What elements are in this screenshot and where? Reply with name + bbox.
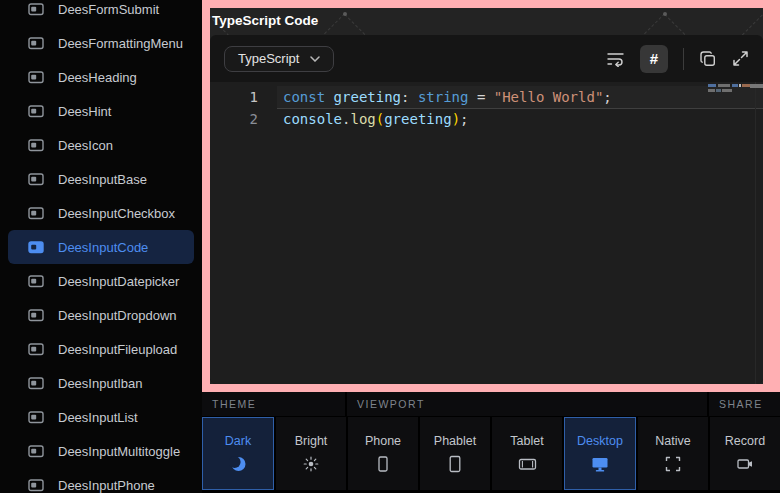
sidebar-item-deesinputmultitoggle[interactable]: DeesInputMultitoggle	[8, 434, 194, 468]
component-icon	[28, 275, 44, 288]
cell-label: Bright	[295, 434, 328, 448]
hash-icon: #	[650, 50, 658, 67]
cell-label: Native	[655, 434, 690, 448]
section-header-share: SHARE	[709, 392, 780, 416]
sidebar-item-label: DeesInputCheckbox	[58, 206, 175, 221]
chevron-down-icon	[310, 56, 320, 62]
cell-label: Phablet	[434, 434, 476, 448]
sidebar-item-deesicon[interactable]: DeesIcon	[8, 128, 194, 162]
sidebar-list: DeesFormSubmit DeesFormattingMenu DeesHe…	[0, 0, 202, 493]
sidebar-item-deesformsubmit[interactable]: DeesFormSubmit	[8, 0, 194, 26]
sidebar-item-label: DeesHint	[58, 104, 111, 119]
expand-icon[interactable]	[732, 50, 749, 67]
sidebar-item-deesinputdropdown[interactable]: DeesInputDropdown	[8, 298, 194, 332]
sidebar-item-deesinputphone[interactable]: DeesInputPhone	[8, 468, 194, 493]
component-icon	[28, 343, 44, 356]
language-selector-label: TypeScript	[238, 51, 299, 66]
panel-title: TypeScript Code	[212, 13, 318, 28]
toolbar-section-headers: THEME VIEWPORT SHARE	[202, 392, 780, 416]
code-area[interactable]: 1 const greeting: string = "Hello World"…	[210, 82, 763, 384]
sidebar-item-label: DeesInputMultitoggle	[58, 444, 180, 459]
viewport-phablet-button[interactable]: Phablet	[420, 417, 490, 490]
line-number: 1	[210, 86, 258, 108]
viewport-native-button[interactable]: Native	[638, 417, 708, 490]
toolbar-divider	[683, 48, 684, 70]
component-icon	[28, 105, 44, 118]
theme-dark-button[interactable]: Dark	[202, 417, 274, 490]
code-text: console.log(greeting);	[258, 108, 469, 130]
copy-icon[interactable]	[699, 50, 717, 68]
code-text: const greeting: string = "Hello World";	[258, 86, 612, 108]
sidebar-item-label: DeesInputCode	[58, 240, 148, 255]
sidebar-item-label: DeesInputFileupload	[58, 342, 177, 357]
cell-label: Desktop	[577, 434, 623, 448]
app-root: DeesFormSubmit DeesFormattingMenu DeesHe…	[0, 0, 780, 493]
desktop-icon	[591, 455, 609, 473]
component-icon	[28, 411, 44, 424]
sidebar-item-label: DeesInputList	[58, 410, 138, 425]
phablet-icon	[446, 455, 464, 473]
theme-bright-button[interactable]: Bright	[276, 417, 346, 490]
sidebar-item-deesinputlist[interactable]: DeesInputList	[8, 400, 194, 434]
sidebar-item-deesinputcode[interactable]: DeesInputCode	[8, 230, 194, 264]
sidebar-item-label: DeesInputDatepicker	[58, 274, 179, 289]
sidebar-item-label: DeesInputBase	[58, 172, 147, 187]
code-editor: TypeScript # 1 const greeting: strin	[210, 35, 763, 384]
viewport-desktop-button[interactable]: Desktop	[564, 417, 636, 490]
cell-label: Record	[725, 434, 765, 448]
sidebar-item-label: DeesFormSubmit	[58, 2, 159, 17]
component-icon	[28, 37, 44, 50]
sidebar-item-label: DeesInputIban	[58, 376, 143, 391]
component-icon	[28, 139, 44, 152]
sidebar-item-deesinputdatepicker[interactable]: DeesInputDatepicker	[8, 264, 194, 298]
component-icon	[28, 479, 44, 492]
sidebar-item-label: DeesInputDropdown	[58, 308, 177, 323]
component-icon	[28, 3, 44, 16]
viewport-phone-button[interactable]: Phone	[348, 417, 418, 490]
component-icon	[28, 241, 44, 254]
component-icon	[28, 309, 44, 322]
cell-label: Tablet	[510, 434, 543, 448]
toolbar-cells: Dark Bright Phone Phablet Tablet Desktop	[202, 417, 780, 490]
moon-icon	[229, 455, 247, 473]
sidebar-item-deesinputfileupload[interactable]: DeesInputFileupload	[8, 332, 194, 366]
stage-inner: TypeScript Code TypeScript #	[210, 8, 763, 384]
section-header-theme: THEME	[202, 392, 345, 416]
cell-label: Dark	[225, 434, 251, 448]
language-selector[interactable]: TypeScript	[224, 46, 334, 72]
sidebar-item-label: DeesHeading	[58, 70, 137, 85]
wrap-lines-icon[interactable]	[606, 51, 625, 67]
component-icon	[28, 377, 44, 390]
viewport-tablet-button[interactable]: Tablet	[492, 417, 562, 490]
scrollbar-track	[755, 82, 756, 384]
sidebar-item-deesinputbase[interactable]: DeesInputBase	[8, 162, 194, 196]
sidebar-item-deesheading[interactable]: DeesHeading	[8, 60, 194, 94]
line-numbers-button[interactable]: #	[640, 45, 668, 73]
video-camera-icon	[736, 455, 754, 473]
tablet-icon	[518, 455, 537, 473]
line-number: 2	[210, 108, 258, 130]
cell-label: Phone	[365, 434, 401, 448]
sidebar: DeesFormSubmit DeesFormattingMenu DeesHe…	[0, 0, 202, 493]
sidebar-item-label: DeesFormattingMenu	[58, 36, 183, 51]
component-icon	[28, 173, 44, 186]
editor-toolbar: TypeScript #	[210, 35, 763, 82]
component-preview-panel: TypeScript Code TypeScript #	[202, 0, 780, 392]
section-header-viewport: VIEWPORT	[347, 392, 707, 416]
sidebar-item-deeshint[interactable]: DeesHint	[8, 94, 194, 128]
code-line-2: 2 console.log(greeting);	[210, 108, 763, 130]
phone-icon	[374, 455, 392, 473]
sidebar-item-deesinputiban[interactable]: DeesInputIban	[8, 366, 194, 400]
native-brackets-icon	[665, 455, 681, 473]
share-record-button[interactable]: Record	[710, 417, 780, 490]
sidebar-item-deesinputcheckbox[interactable]: DeesInputCheckbox	[8, 196, 194, 230]
code-line-1: 1 const greeting: string = "Hello World"…	[210, 86, 763, 108]
sun-icon	[302, 455, 320, 473]
sidebar-item-deesformattingmenu[interactable]: DeesFormattingMenu	[8, 26, 194, 60]
sidebar-item-label: DeesIcon	[58, 138, 113, 153]
component-icon	[28, 71, 44, 84]
minimap-slider[interactable]	[750, 84, 763, 88]
bottom-toolbar: THEME VIEWPORT SHARE Dark Bright Phone P…	[202, 392, 780, 493]
component-icon	[28, 445, 44, 458]
editor-actions: #	[606, 45, 749, 73]
